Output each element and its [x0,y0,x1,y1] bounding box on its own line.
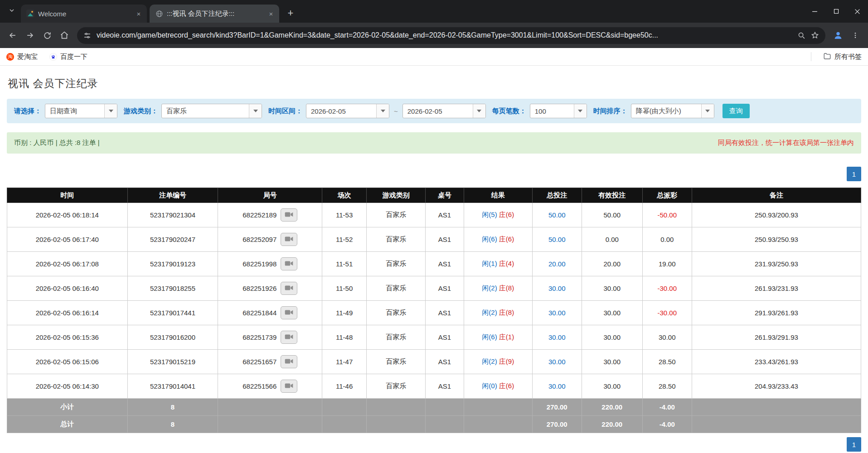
cell-time: 2026-02-05 06:18:14 [7,203,128,227]
video-replay-button[interactable] [281,380,297,393]
cell-bet-id: 523179014041 [127,374,218,399]
game-type-dropdown-button[interactable] [249,104,262,118]
video-replay-button[interactable] [281,233,297,246]
table-row: 2026-02-05 06:14:30523179014041682251566… [7,374,861,399]
tab-betrecord[interactable]: :::视讯 会员下注纪录::: × [150,5,279,23]
cell-result: 闲(2) 庄(8) [464,301,532,325]
total-payout: -4.00 [642,416,692,433]
cell-total-bet: 30.00 [532,276,582,301]
cell-table-no: AS1 [426,325,464,350]
close-button[interactable] [847,0,868,23]
cell-bet-id: 523179016200 [127,325,218,350]
zoom-icon[interactable] [798,32,805,39]
bookmark-star-icon[interactable] [811,31,819,39]
navigation-toolbar: videoie.com/game/betrecord_search/kind3?… [0,23,868,48]
cell-note: 291.93/261.93 [692,301,861,325]
cell-session: 11-53 [322,203,367,227]
refresh-button[interactable] [39,27,55,43]
cell-valid-bet: 30.00 [582,301,642,325]
cell-game-type: 百家乐 [367,350,426,374]
url-bar[interactable]: videoie.com/game/betrecord_search/kind3?… [77,27,825,44]
cell-session: 11-49 [322,301,367,325]
video-replay-button[interactable] [281,331,297,344]
column-header: 局号 [218,188,322,203]
tab-welcome[interactable]: Welcome × [21,5,147,23]
sort-dropdown-button[interactable] [701,104,714,118]
page-number-button[interactable]: 1 [847,437,861,452]
cell-round-id: 682251844 [218,301,322,325]
select-label: 请选择： [14,107,41,116]
cell-total-bet: 50.00 [532,203,582,227]
tab-close-icon[interactable]: × [267,9,276,18]
video-camera-icon [285,334,293,341]
bookmark-taobao[interactable]: 淘 爱淘宝 [6,53,38,61]
home-button[interactable] [56,27,73,43]
profile-avatar[interactable] [830,27,846,43]
cell-payout: 0.00 [642,227,692,252]
back-button[interactable] [5,27,21,43]
cell-round-id: 682252189 [218,203,322,227]
cell-time: 2026-02-05 06:15:36 [7,325,128,350]
new-tab-button[interactable]: + [284,6,297,20]
video-replay-button[interactable] [281,282,297,295]
cell-total-bet: 30.00 [532,374,582,399]
video-camera-icon [285,212,293,219]
forward-button[interactable] [22,27,38,43]
search-button[interactable]: 查询 [723,104,750,118]
cell-bet-id: 523179019123 [127,252,218,276]
table-row: 2026-02-05 06:16:14523179017441682251844… [7,301,861,325]
date-end-combobox [402,104,486,118]
all-bookmarks-button[interactable]: 所有书签 [823,52,862,62]
maximize-button[interactable] [825,0,847,23]
currency-total-text: 币别 : 人民币 | 总共 :8 注单 | [14,139,100,147]
cell-time: 2026-02-05 06:15:06 [7,350,128,374]
cell-bet-id: 523179015219 [127,350,218,374]
bookmark-label: 爱淘宝 [17,53,38,61]
cell-game-type: 百家乐 [367,276,426,301]
site-settings-icon[interactable] [83,32,91,39]
video-replay-button[interactable] [281,355,297,368]
tab-search-button[interactable] [5,4,19,19]
filter-bar: 请选择： 游戏类别： 时间区间： ~ 每页笔数： 时间排序： [7,99,861,123]
cell-note: 231.93/250.93 [692,252,861,276]
bookmark-baidu[interactable]: 百度一下 [49,53,87,61]
subtotal-valid-bet: 220.00 [582,399,642,416]
page-number-button[interactable]: 1 [847,167,861,181]
video-replay-button[interactable] [281,208,297,222]
query-type-dropdown-button[interactable] [104,104,117,118]
date-start-dropdown-button[interactable] [376,104,389,118]
cell-valid-bet: 30.00 [582,325,642,350]
per-page-dropdown-button[interactable] [574,104,587,118]
cell-payout: 28.50 [642,350,692,374]
cell-note: 261.93/291.93 [692,325,861,350]
cell-table-no: AS1 [426,301,464,325]
video-replay-button[interactable] [281,306,297,319]
page-title: 视讯 会员下注纪录 [8,77,861,91]
bookmark-label: 百度一下 [60,53,87,61]
menu-kebab-icon[interactable] [847,27,863,43]
cell-round-id: 682251566 [218,374,322,399]
cell-note: 250.93/250.93 [692,227,861,252]
query-type-input[interactable] [45,104,104,118]
url-text[interactable]: videoie.com/game/betrecord_search/kind3?… [97,31,792,39]
date-start-input[interactable] [306,104,376,118]
sort-input[interactable] [631,104,701,118]
date-start-combobox [306,104,389,118]
page-content: 视讯 会员下注纪录 请选择： 游戏类别： 时间区间： ~ 每页笔数： 时间排序： [0,77,868,452]
date-end-dropdown-button[interactable] [473,104,485,118]
game-type-input[interactable] [162,104,249,118]
cell-result: 闲(2) 庄(8) [464,276,532,301]
column-header: 有效投注 [582,188,642,203]
minimize-button[interactable] [804,0,825,23]
cell-valid-bet: 30.00 [582,276,642,301]
per-page-input[interactable] [530,104,574,118]
total-row: 总计 8 270.00 220.00 -4.00 [7,416,861,433]
cell-result: 闲(5) 庄(6) [464,203,532,227]
cell-table-no: AS1 [426,203,464,227]
cell-bet-id: 523179021304 [127,203,218,227]
per-page-combobox [530,104,587,118]
pagination-top: 1 [7,167,861,181]
date-end-input[interactable] [403,104,473,118]
tab-close-icon[interactable]: × [134,9,143,18]
video-replay-button[interactable] [281,257,297,270]
